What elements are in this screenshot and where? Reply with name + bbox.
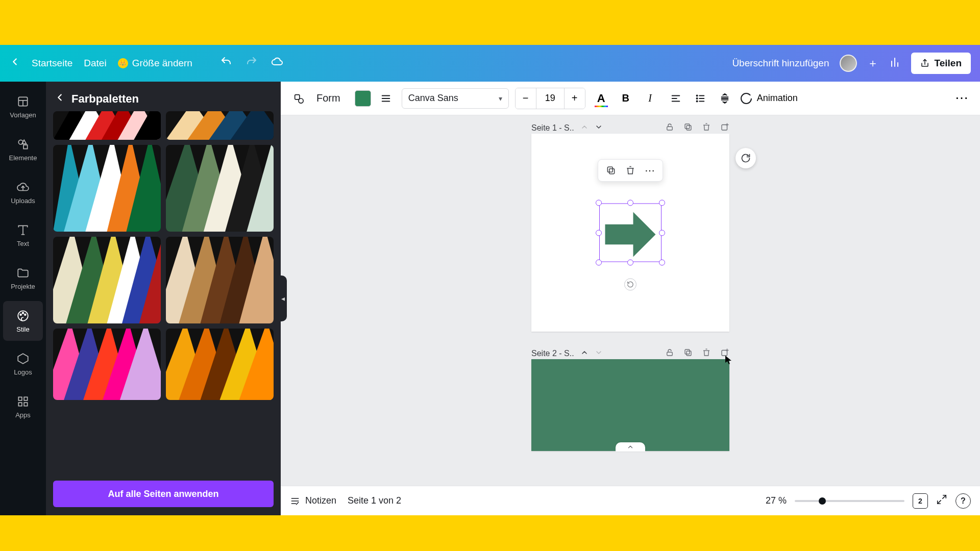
page-up-icon[interactable] bbox=[580, 348, 589, 359]
nav-apps[interactable]: Apps bbox=[0, 387, 46, 427]
svg-rect-78 bbox=[667, 127, 673, 130]
add-collaborator-icon[interactable]: ＋ bbox=[867, 56, 878, 71]
nav-styles[interactable]: Stile bbox=[3, 301, 43, 341]
resize-handle[interactable] bbox=[596, 260, 602, 266]
svg-rect-19 bbox=[24, 403, 27, 406]
font-size-increase[interactable]: + bbox=[565, 88, 585, 109]
page-expand-icon[interactable] bbox=[616, 442, 645, 452]
file-menu[interactable]: Datei bbox=[84, 58, 106, 69]
font-family-select[interactable]: Canva Sans ▾ bbox=[402, 88, 509, 109]
home-link[interactable]: Startseite bbox=[32, 58, 72, 69]
animation-label: Animation bbox=[757, 93, 798, 104]
page-info[interactable]: Seite 1 von 2 bbox=[348, 495, 401, 506]
resize-button[interactable]: 👑 Größe ändern bbox=[118, 58, 192, 69]
lock-icon[interactable] bbox=[665, 122, 674, 134]
zoom-value[interactable]: 27 % bbox=[766, 495, 787, 506]
share-button[interactable]: Teilen bbox=[911, 53, 971, 74]
duplicate-icon[interactable] bbox=[683, 122, 693, 134]
document-title[interactable]: Überschrift hinzufügen bbox=[732, 58, 829, 69]
add-page-icon[interactable] bbox=[720, 122, 729, 134]
resize-handle[interactable] bbox=[596, 230, 602, 236]
nav-projects[interactable]: Projekte bbox=[0, 258, 46, 298]
page1-header: Seite 1 - S.. bbox=[531, 122, 729, 134]
back-home-icon[interactable] bbox=[9, 56, 20, 70]
nav-elements[interactable]: Elemente bbox=[0, 130, 46, 169]
help-icon[interactable]: ? bbox=[955, 493, 971, 509]
page2-label[interactable]: Seite 2 - S.. bbox=[531, 349, 574, 358]
page1[interactable]: ⋯ bbox=[531, 134, 729, 332]
nav-logos[interactable]: Logos bbox=[0, 344, 46, 384]
undo-icon[interactable] bbox=[220, 56, 232, 71]
share-label: Teilen bbox=[935, 58, 962, 69]
spacing-icon[interactable] bbox=[715, 89, 734, 108]
avatar[interactable] bbox=[840, 55, 857, 72]
mini-delete-icon[interactable] bbox=[622, 163, 639, 178]
zoom-thumb[interactable] bbox=[819, 497, 826, 505]
palette-item[interactable] bbox=[53, 145, 161, 232]
editor-area: Form Canva Sans ▾ − bbox=[281, 82, 980, 515]
list-icon[interactable] bbox=[691, 89, 710, 108]
selected-element[interactable] bbox=[599, 204, 662, 262]
page-down-icon[interactable] bbox=[595, 348, 603, 359]
nav-apps-label: Apps bbox=[15, 411, 31, 419]
palette-item[interactable] bbox=[166, 329, 274, 400]
palette-item[interactable] bbox=[166, 237, 274, 323]
palette-item[interactable] bbox=[53, 111, 161, 140]
notes-icon[interactable]: Notizen bbox=[290, 495, 336, 506]
fill-color-swatch[interactable] bbox=[355, 90, 371, 107]
shape-tool-icon[interactable] bbox=[289, 89, 308, 108]
font-size-input[interactable] bbox=[536, 88, 565, 109]
insights-icon[interactable] bbox=[889, 56, 901, 71]
palette-item[interactable] bbox=[166, 145, 274, 232]
regenerate-icon[interactable] bbox=[736, 148, 756, 168]
app-topbar: Startseite Datei 👑 Größe ändern Überschr… bbox=[0, 45, 980, 82]
border-style-icon[interactable] bbox=[376, 89, 396, 108]
page-down-icon[interactable] bbox=[595, 123, 603, 133]
resize-handle[interactable] bbox=[659, 230, 665, 236]
panel-back-icon[interactable] bbox=[54, 92, 65, 106]
page1-label[interactable]: Seite 1 - S.. bbox=[531, 123, 574, 133]
apply-all-pages-button[interactable]: Auf alle Seiten anwenden bbox=[53, 481, 274, 507]
resize-handle[interactable] bbox=[596, 200, 602, 206]
resize-handle[interactable] bbox=[659, 200, 665, 206]
svg-line-99 bbox=[938, 500, 941, 504]
redo-icon[interactable] bbox=[246, 56, 258, 71]
zoom-slider[interactable] bbox=[795, 500, 904, 502]
animation-button[interactable]: Animation bbox=[741, 93, 798, 104]
italic-icon[interactable]: I bbox=[641, 89, 660, 108]
rotate-handle[interactable] bbox=[624, 279, 636, 291]
delete-icon[interactable] bbox=[702, 122, 711, 134]
cloud-sync-icon[interactable] bbox=[271, 56, 283, 71]
palette-item[interactable] bbox=[53, 329, 161, 400]
palette-item[interactable] bbox=[53, 237, 161, 323]
bottom-bar: Notizen Seite 1 von 2 27 % 2 ? bbox=[281, 486, 980, 515]
animation-icon bbox=[741, 93, 752, 104]
page-grid-icon[interactable]: 2 bbox=[913, 493, 928, 509]
nav-text[interactable]: Text bbox=[0, 215, 46, 255]
svg-line-98 bbox=[943, 495, 946, 498]
more-icon[interactable]: ⋯ bbox=[952, 89, 972, 108]
resize-handle[interactable] bbox=[659, 260, 665, 266]
svg-point-70 bbox=[696, 97, 697, 98]
duplicate-icon[interactable] bbox=[683, 348, 693, 359]
page-up-icon[interactable] bbox=[580, 123, 589, 133]
canvas[interactable]: Seite 1 - S.. bbox=[281, 115, 980, 486]
font-size-stepper: − + bbox=[515, 88, 585, 109]
palette-item[interactable] bbox=[166, 111, 274, 140]
resize-handle[interactable] bbox=[627, 200, 633, 206]
nav-templates[interactable]: Vorlagen bbox=[0, 87, 46, 127]
page2[interactable] bbox=[531, 359, 729, 451]
mini-duplicate-icon[interactable] bbox=[602, 163, 620, 178]
fullscreen-icon[interactable] bbox=[936, 494, 947, 508]
form-label[interactable]: Form bbox=[316, 92, 340, 104]
mini-more-icon[interactable]: ⋯ bbox=[641, 163, 658, 178]
lock-icon[interactable] bbox=[665, 348, 674, 359]
nav-uploads[interactable]: Uploads bbox=[0, 172, 46, 212]
arrow-shape[interactable] bbox=[602, 207, 658, 263]
align-icon[interactable] bbox=[666, 89, 685, 108]
font-size-decrease[interactable]: − bbox=[516, 88, 536, 109]
bold-icon[interactable]: B bbox=[616, 89, 635, 108]
text-color-icon[interactable]: A bbox=[592, 89, 611, 108]
delete-icon[interactable] bbox=[702, 348, 711, 359]
page2-header: Seite 2 - S.. bbox=[531, 348, 729, 359]
